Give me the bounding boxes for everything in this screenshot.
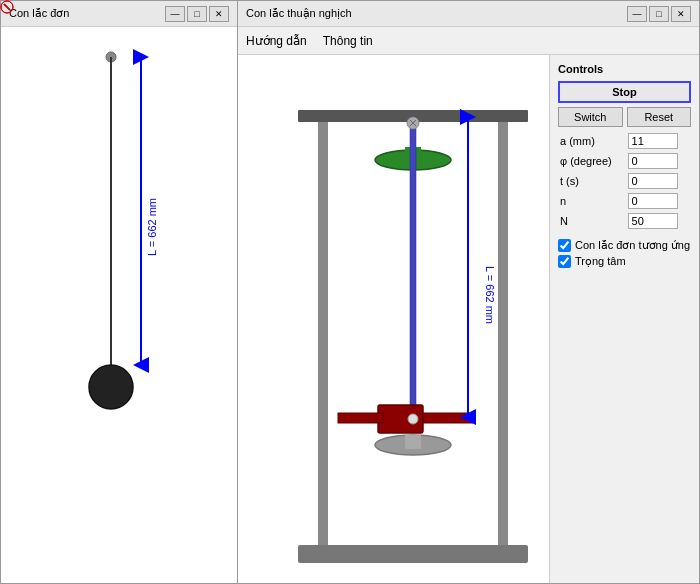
left-title-group: Con lắc đơn <box>9 7 69 20</box>
close-btn-left[interactable]: ✕ <box>209 6 229 22</box>
left-titlebar: Con lắc đơn — □ ✕ <box>1 1 237 27</box>
right-length-label: L = 662 mm <box>484 266 496 324</box>
right-title-group: Con lắc thuận nghịch <box>246 7 352 20</box>
param-row-t: t (s) <box>558 171 691 191</box>
switch-button[interactable]: Switch <box>558 107 623 127</box>
left-length-label: L = 662 mm <box>146 198 158 256</box>
right-window-controls[interactable]: — □ ✕ <box>627 6 691 22</box>
param-label-a: a (mm) <box>558 131 626 151</box>
param-label-n: n <box>558 191 626 211</box>
svg-rect-9 <box>318 115 328 545</box>
simple-pendulum-canvas: L = 662 mm <box>1 27 237 583</box>
param-row-N: N <box>558 211 691 231</box>
param-input-t[interactable] <box>628 173 678 189</box>
menu-huong-dan[interactable]: Hướng dẫn <box>246 34 307 48</box>
minimize-btn-left[interactable]: — <box>165 6 185 22</box>
checkbox-gravity[interactable] <box>558 255 571 268</box>
checkbox-label-1: Con lắc đơn tương ứng <box>575 239 690 252</box>
left-simulation: L = 662 mm <box>1 27 237 583</box>
param-input-phi[interactable] <box>628 153 678 169</box>
simulation-area: L = 662 mm <box>238 55 549 583</box>
stop-button[interactable]: Stop <box>558 81 691 103</box>
param-row-n: n <box>558 191 691 211</box>
svg-point-4 <box>89 365 133 409</box>
checkbox-label-2: Trọng tâm <box>575 255 626 268</box>
menu-thong-tin[interactable]: Thông tin <box>323 34 373 48</box>
maximize-btn-right[interactable]: □ <box>649 6 669 22</box>
controls-panel: Controls Stop Switch Reset a (mm) φ (deg… <box>549 55 699 583</box>
svg-rect-16 <box>405 435 421 449</box>
svg-rect-19 <box>423 413 473 423</box>
param-input-n[interactable] <box>628 193 678 209</box>
close-btn-right[interactable]: ✕ <box>671 6 691 22</box>
reset-button[interactable]: Reset <box>627 107 692 127</box>
main-area: L = 662 mm Controls Stop Switch Reset a … <box>238 55 699 583</box>
right-window: Con lắc thuận nghịch — □ ✕ Hướng dẫn Thô… <box>238 0 700 584</box>
minimize-btn-right[interactable]: — <box>627 6 647 22</box>
param-label-t: t (s) <box>558 171 626 191</box>
reverse-pendulum-svg: L = 662 mm <box>238 55 549 583</box>
menu-bar: Hướng dẫn Thông tin <box>238 27 699 55</box>
param-input-N[interactable] <box>628 213 678 229</box>
svg-rect-10 <box>498 115 508 545</box>
param-row-phi: φ (degree) <box>558 151 691 171</box>
params-table: a (mm) φ (degree) t (s) n N <box>558 131 691 231</box>
svg-point-20 <box>408 414 418 424</box>
checkbox-equivalent[interactable] <box>558 239 571 252</box>
maximize-btn-left[interactable]: □ <box>187 6 207 22</box>
right-titlebar: Con lắc thuận nghịch — □ ✕ <box>238 1 699 27</box>
param-label-N: N <box>558 211 626 231</box>
param-input-a[interactable] <box>628 133 678 149</box>
controls-title: Controls <box>558 63 691 75</box>
svg-rect-8 <box>298 545 528 563</box>
svg-line-7 <box>4 4 10 10</box>
checkbox-row-2: Trọng tâm <box>558 255 691 268</box>
left-window-controls[interactable]: — □ ✕ <box>165 6 229 22</box>
checkbox-row-1: Con lắc đơn tương ứng <box>558 239 691 252</box>
param-label-phi: φ (degree) <box>558 151 626 171</box>
svg-rect-18 <box>338 413 383 423</box>
simple-pendulum-svg: L = 662 mm <box>1 27 237 557</box>
left-title: Con lắc đơn <box>9 7 69 20</box>
switch-reset-row: Switch Reset <box>558 107 691 127</box>
param-row-a: a (mm) <box>558 131 691 151</box>
left-window: Con lắc đơn — □ ✕ <box>0 0 238 584</box>
right-title: Con lắc thuận nghịch <box>246 7 352 20</box>
svg-rect-14 <box>410 117 416 407</box>
pendulum-icon-right <box>0 0 14 14</box>
